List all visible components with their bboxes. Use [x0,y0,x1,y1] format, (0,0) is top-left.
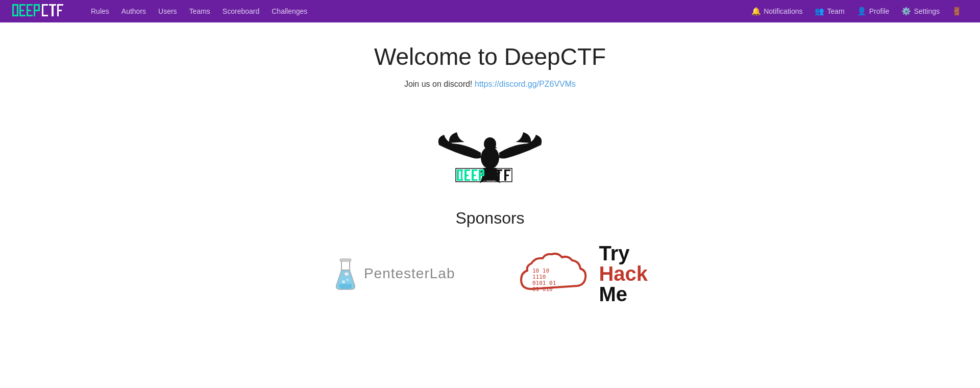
svg-rect-50 [504,169,510,171]
svg-rect-18 [42,15,48,16]
svg-rect-14 [34,10,40,11]
thm-me: Me [599,284,648,304]
nav-teams[interactable]: Teams [183,0,216,22]
nav-rules[interactable]: Rules [85,0,115,22]
thm-text-area: Try Hack Me [599,243,648,304]
logout-icon: 🚪 [952,7,962,16]
svg-rect-22 [57,4,63,6]
svg-rect-37 [472,175,476,176]
svg-point-56 [347,279,349,281]
nav-left-links: Rules Authors Users Teams Scoreboard Cha… [85,0,745,22]
svg-rect-30 [461,171,462,179]
thm-hack: Hack [599,263,648,284]
svg-rect-45 [487,169,494,171]
nav-notifications[interactable]: 🔔 Notifications [745,0,808,22]
sponsors-title: Sponsors [455,209,524,228]
svg-rect-27 [457,169,459,181]
discord-text: Join us on discord! https://discord.gg/P… [404,80,576,89]
nav-logout[interactable]: 🚪 [946,0,968,22]
main-content: Welcome to DeepCTF Join us on discord! h… [0,22,980,304]
svg-rect-20 [52,6,54,16]
logo-deep [12,3,68,20]
svg-rect-3 [17,6,18,15]
svg-rect-17 [42,4,48,6]
svg-rect-13 [34,4,40,6]
team-icon: 👥 [815,7,824,16]
svg-rect-6 [19,10,24,11]
site-logo[interactable] [12,3,68,20]
svg-rect-51 [504,175,509,176]
pentester-flask-icon [332,257,359,290]
svg-rect-1 [12,4,18,6]
thm-cloud-svg: 10 10 1110 0101 01 01 010 [516,243,593,309]
svg-rect-11 [27,15,33,16]
svg-rect-7 [19,15,26,16]
svg-rect-5 [19,4,26,6]
svg-text:01    010: 01 010 [532,286,553,293]
svg-rect-48 [498,171,500,181]
svg-rect-9 [27,4,33,6]
svg-rect-46 [487,179,494,181]
page-title: Welcome to DeepCTF [374,43,606,70]
gear-icon: ⚙️ [901,7,911,16]
nav-settings[interactable]: ⚙️ Settings [895,0,946,22]
pentester-sponsor: PentesterLab [332,257,455,290]
thm-cloud-area: 10 10 1110 0101 01 01 010 [516,243,593,304]
deepctf-logo-area [429,104,551,188]
user-icon: 👤 [857,7,867,16]
svg-rect-16 [42,4,43,16]
nav-scoreboard[interactable]: Scoreboard [216,0,265,22]
svg-rect-29 [457,179,463,181]
svg-rect-10 [27,10,31,11]
nav-right-links: 🔔 Notifications 👥 Team 👤 Profile ⚙️ Sett… [745,0,968,22]
svg-point-55 [342,280,345,283]
nav-team[interactable]: 👥 Team [808,0,850,22]
svg-rect-36 [472,169,477,171]
nav-users[interactable]: Users [152,0,183,22]
svg-rect-42 [482,171,484,175]
svg-rect-33 [464,175,469,176]
svg-rect-34 [464,179,470,181]
svg-rect-54 [340,259,351,261]
svg-rect-32 [464,169,470,171]
bell-icon: 🔔 [751,7,761,16]
deepctf-logo-svg [429,104,551,188]
nav-profile[interactable]: 👤 Profile [851,0,896,22]
svg-rect-0 [12,4,14,16]
svg-rect-47 [495,169,502,171]
thm-try: Try [599,243,648,263]
svg-rect-44 [487,169,489,181]
nav-challenges[interactable]: Challenges [265,0,313,22]
svg-rect-40 [479,169,484,171]
svg-rect-19 [49,4,56,6]
discord-link[interactable]: https://discord.gg/PZ6VVMs [475,80,576,88]
svg-point-25 [484,137,496,151]
svg-rect-2 [12,15,18,16]
svg-rect-28 [457,169,463,171]
sponsors-list: PentesterLab 10 10 1110 0101 01 01 010 T… [332,243,648,304]
tryhackme-sponsor: 10 10 1110 0101 01 01 010 Try Hack Me [516,243,648,304]
pentester-label: PentesterLab [364,265,455,282]
svg-rect-41 [479,175,484,176]
nav-authors[interactable]: Authors [115,0,152,22]
svg-rect-15 [38,6,40,10]
svg-rect-38 [472,179,477,181]
svg-rect-23 [57,10,62,11]
navbar: Rules Authors Users Teams Scoreboard Cha… [0,0,980,22]
